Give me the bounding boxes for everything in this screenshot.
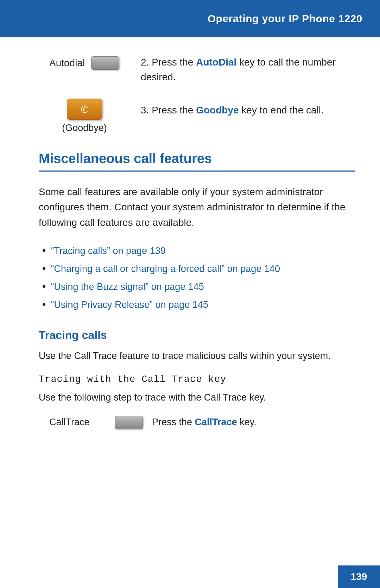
list-item: “Tracing calls” on page 139 [42,241,355,259]
calltrace-keyword: CallTrace [195,417,237,427]
autodial-key-icon [91,56,119,70]
header-title: Operating your IP Phone 1220 [208,13,362,25]
page-number: 139 [351,571,367,582]
calltrace-prefix: Press the [152,417,195,427]
list-item: “Charging a call or charging a forced ca… [42,259,355,277]
goodbye-row: ✆ (Goodbye) 3. Press the Goodbye key to … [49,99,355,134]
step2-keyword: AutoDial [196,57,236,68]
goodbye-label: (Goodbye) [62,123,107,134]
calltrace-instruction: Press the CallTrace key. [152,417,256,428]
goodbye-group: ✆ (Goodbye) [49,99,120,134]
misc-bullet-list: “Tracing calls” on page 139 “Charging a … [39,241,355,313]
step3-number: 3. [141,105,149,116]
link-buzz-signal[interactable]: “Using the Buzz signal” on page 145 [51,279,204,295]
step2-number: 2. [141,57,149,68]
tracing-calls-heading: Tracing calls [39,329,355,342]
link-tracing-calls[interactable]: “Tracing calls” on page 139 [51,243,166,259]
calltrace-key-icon [115,416,143,429]
step3-text: 3. Press the Goodbye key to end the call… [141,99,355,118]
misc-intro-text: Some call features are available only if… [39,184,355,230]
link-charging-call[interactable]: “Charging a call or charging a forced ca… [51,261,280,277]
calltrace-suffix: key. [237,417,256,427]
tracing-mono-heading: Tracing with the Call Trace key [39,374,355,385]
list-item: “Using the Buzz signal” on page 145 [42,277,355,295]
calltrace-label: CallTrace [49,417,106,428]
calltrace-row: CallTrace Press the CallTrace key. [49,416,355,429]
goodbye-key-icon: ✆ [67,99,102,120]
header-title-number: 1220 [338,13,362,24]
tracing-calls-body: Use the Call Trace feature to trace mali… [39,349,355,364]
page-header: Operating your IP Phone 1220 [0,0,380,37]
page-footer: 139 [338,565,380,588]
step2-prefix: Press the [152,57,196,68]
header-title-prefix: Operating your IP Phone [208,13,338,24]
autodial-row: Autodial 2. Press the AutoDial key to ca… [49,55,355,85]
phone-icon: ✆ [81,104,89,115]
step3-prefix: Press the [152,105,196,116]
list-item: “Using Privacy Release” on page 145 [42,295,355,313]
tracing-sub-body: Use the following step to trace with the… [39,390,355,405]
step3-keyword: Goodbye [196,105,239,116]
link-privacy-release[interactable]: “Using Privacy Release” on page 145 [51,297,208,313]
autodial-label-group: Autodial [49,55,141,70]
autodial-label: Autodial [49,57,85,69]
step3-suffix: key to end the call. [239,105,324,116]
main-content: Autodial 2. Press the AutoDial key to ca… [0,37,380,457]
misc-section-heading: Miscellaneous call features [39,151,355,172]
step2-text: 2. Press the AutoDial key to call the nu… [141,55,355,85]
